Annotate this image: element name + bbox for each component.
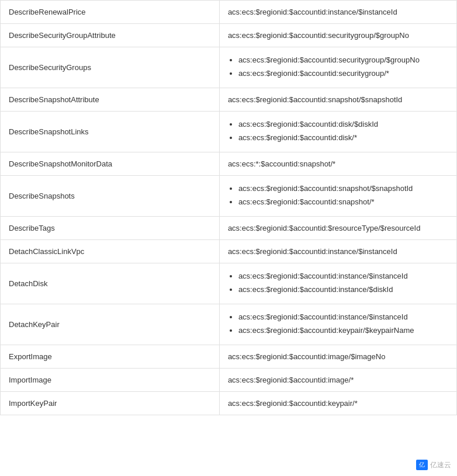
resource-cell: acs:ecs:$regionid:$accountid:securitygro… bbox=[219, 24, 456, 47]
action-cell: DescribeTags bbox=[1, 217, 220, 240]
table-row: DetachDiskacs:ecs:$regionid:$accountid:i… bbox=[1, 263, 457, 304]
table-row: DescribeSecurityGroupAttributeacs:ecs:$r… bbox=[1, 24, 457, 47]
watermark-logo: 亿 bbox=[416, 460, 428, 470]
table-row: DescribeSnapshotLinksacs:ecs:$regionid:$… bbox=[1, 112, 457, 152]
resource-cell: acs:ecs:$regionid:$accountid:disk/$diskI… bbox=[219, 112, 456, 152]
resource-cell: acs:ecs:$regionid:$accountid:snapshot/$s… bbox=[219, 88, 456, 112]
resource-item: acs:ecs:$regionid:$accountid:snapshot/* bbox=[238, 196, 448, 208]
table-row: ImportKeyPairacs:ecs:$regionid:$accounti… bbox=[1, 392, 457, 415]
watermark-text: 亿速云 bbox=[430, 460, 451, 470]
resource-item: acs:ecs:$regionid:$accountid:instance/$d… bbox=[238, 284, 448, 296]
action-cell: ImportKeyPair bbox=[1, 392, 220, 415]
table-row: DescribeSnapshotMonitorDataacs:ecs:*:$ac… bbox=[1, 152, 457, 176]
table-row: DescribeRenewalPriceacs:ecs:$regionid:$a… bbox=[1, 1, 457, 24]
main-container: DescribeRenewalPriceacs:ecs:$regionid:$a… bbox=[0, 0, 457, 476]
action-cell: DetachClassicLinkVpc bbox=[1, 240, 220, 263]
action-cell: ExportImage bbox=[1, 345, 220, 369]
resource-item: acs:ecs:$regionid:$accountid:disk/$diskI… bbox=[238, 119, 448, 130]
table-row: DetachKeyPairacs:ecs:$regionid:$accounti… bbox=[1, 304, 457, 345]
resource-item: acs:ecs:$regionid:$accountid:securitygro… bbox=[238, 54, 448, 66]
resource-cell: acs:ecs:$regionid:$accountid:image/$imag… bbox=[219, 345, 456, 369]
table-row: DescribeTagsacs:ecs:$regionid:$accountid… bbox=[1, 217, 457, 240]
action-cell: DetachKeyPair bbox=[1, 304, 220, 345]
action-cell: DescribeSnapshotLinks bbox=[1, 112, 220, 152]
resource-cell: acs:ecs:$regionid:$accountid:instance/$i… bbox=[219, 304, 456, 345]
resource-item: acs:ecs:$regionid:$accountid:instance/$i… bbox=[238, 270, 448, 282]
resource-cell: acs:ecs:$regionid:$accountid:keypair/* bbox=[219, 392, 456, 415]
table-row: DescribeSecurityGroupsacs:ecs:$regionid:… bbox=[1, 47, 457, 88]
action-cell: DescribeSecurityGroups bbox=[1, 47, 220, 88]
resource-item: acs:ecs:$regionid:$accountid:keypair/$ke… bbox=[238, 325, 448, 336]
table-row: ExportImageacs:ecs:$regionid:$accountid:… bbox=[1, 345, 457, 369]
resource-cell: acs:ecs:$regionid:$accountid:snapshot/$s… bbox=[219, 176, 456, 217]
action-cell: DescribeSnapshots bbox=[1, 176, 220, 217]
table-row: ImportImageacs:ecs:$regionid:$accountid:… bbox=[1, 369, 457, 392]
resource-cell: acs:ecs:*:$accountid:snapshot/* bbox=[219, 152, 456, 176]
resource-cell: acs:ecs:$regionid:$accountid:instance/$i… bbox=[219, 240, 456, 263]
api-table: DescribeRenewalPriceacs:ecs:$regionid:$a… bbox=[0, 0, 457, 415]
resource-item: acs:ecs:$regionid:$accountid:securitygro… bbox=[238, 68, 448, 79]
table-row: DetachClassicLinkVpcacs:ecs:$regionid:$a… bbox=[1, 240, 457, 263]
resource-cell: acs:ecs:$regionid:$accountid:securitygro… bbox=[219, 47, 456, 88]
resource-cell: acs:ecs:$regionid:$accountid:$resourceTy… bbox=[219, 217, 456, 240]
table-row: DescribeSnapshotAttributeacs:ecs:$region… bbox=[1, 88, 457, 112]
action-cell: ImportImage bbox=[1, 369, 220, 392]
resource-item: acs:ecs:$regionid:$accountid:instance/$i… bbox=[238, 311, 448, 323]
action-cell: DetachDisk bbox=[1, 263, 220, 304]
resource-item: acs:ecs:$regionid:$accountid:snapshot/$s… bbox=[238, 183, 448, 194]
action-cell: DescribeSnapshotMonitorData bbox=[1, 152, 220, 176]
resource-item: acs:ecs:$regionid:$accountid:disk/* bbox=[238, 132, 448, 144]
table-row: DescribeSnapshotsacs:ecs:$regionid:$acco… bbox=[1, 176, 457, 217]
action-cell: DescribeSnapshotAttribute bbox=[1, 88, 220, 112]
watermark: 亿 亿速云 bbox=[416, 460, 451, 470]
action-cell: DescribeSecurityGroupAttribute bbox=[1, 24, 220, 47]
resource-cell: acs:ecs:$regionid:$accountid:image/* bbox=[219, 369, 456, 392]
resource-cell: acs:ecs:$regionid:$accountid:instance/$i… bbox=[219, 1, 456, 24]
action-cell: DescribeRenewalPrice bbox=[1, 1, 220, 24]
resource-cell: acs:ecs:$regionid:$accountid:instance/$i… bbox=[219, 263, 456, 304]
